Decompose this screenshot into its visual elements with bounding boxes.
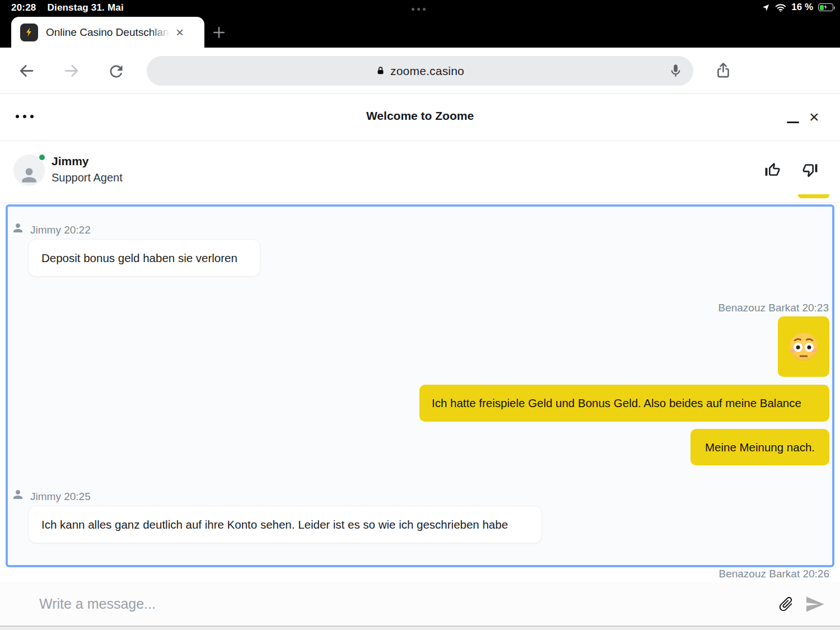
agent-message-avatar-icon: [11, 221, 25, 235]
message-input[interactable]: [39, 591, 599, 616]
agent-name: Jimmy: [52, 155, 89, 168]
status-bar: 20:28 Dienstag 31. Mai 16 %: [0, 0, 840, 17]
browser-toolbar: zoome.casino 1: [0, 48, 840, 94]
message-author-timestamp: Jimmy 20:22: [30, 224, 91, 236]
battery-percent: 16 %: [791, 2, 813, 13]
message-author-timestamp: Benazouz Barkat 20:26: [718, 568, 829, 580]
online-status-dot: [38, 153, 46, 161]
agent-message-bubble: Ich kann alles ganz deutlich auf ihre Ko…: [28, 506, 542, 543]
chat-message-list[interactable]: Jimmy 20:22 Deposit bonus geld haben sie…: [6, 204, 834, 567]
flushed-face-emoji-icon: [788, 331, 819, 362]
lightning-favicon-icon: [20, 24, 38, 41]
multitask-dots-icon: [412, 8, 426, 11]
clock-date: Dienstag 31. Mai: [47, 2, 123, 13]
new-tab-icon[interactable]: [211, 24, 227, 41]
agent-message-avatar-icon: [11, 488, 25, 501]
tab-close-icon[interactable]: ×: [176, 26, 184, 39]
url-text: zoome.casino: [390, 64, 464, 78]
wifi-icon: [775, 3, 786, 12]
user-message-bubble: Ich hatte freispiele Geld und Bonus Geld…: [419, 385, 829, 422]
battery-charging-icon: [818, 3, 833, 11]
user-message-bubble: [778, 316, 829, 377]
bottom-divider: [0, 626, 840, 630]
tab-title: Online Casino Deutschlan: [46, 26, 174, 39]
thumbs-up-icon[interactable]: [764, 161, 781, 179]
lock-icon: [376, 66, 385, 76]
minimize-icon[interactable]: [787, 122, 799, 123]
address-bar[interactable]: zoome.casino: [147, 56, 693, 86]
forward-icon: [63, 62, 80, 80]
send-message-icon[interactable]: [805, 594, 825, 614]
close-chat-icon[interactable]: ×: [809, 109, 819, 125]
message-author-timestamp: Jimmy 20:25: [30, 491, 91, 503]
user-message-bubble: Meine Meinung nach.: [690, 429, 829, 465]
scrolled-bubble-sliver: [798, 194, 829, 198]
agent-message-bubble: Deposit bonus geld haben sie verloren: [28, 239, 260, 277]
back-icon[interactable]: [18, 62, 35, 80]
chat-header: Welcome to Zoome ×: [0, 94, 840, 141]
location-icon: [762, 3, 770, 12]
chat-title: Welcome to Zoome: [0, 109, 840, 123]
clock-time: 20:28: [11, 2, 36, 13]
attachment-paperclip-icon[interactable]: [777, 595, 795, 613]
share-icon[interactable]: [715, 62, 732, 79]
agent-role: Support Agent: [52, 171, 123, 184]
message-author-timestamp: Benazouz Barkat 20:23: [718, 302, 829, 314]
voice-search-icon[interactable]: [668, 63, 683, 78]
thumbs-down-icon[interactable]: [801, 161, 819, 179]
message-composer: [0, 582, 840, 626]
agent-bar: Jimmy Support Agent: [0, 141, 840, 203]
reload-icon[interactable]: [107, 62, 125, 81]
tab-strip: Online Casino Deutschlan ×: [0, 17, 840, 48]
browser-tab-casino[interactable]: Online Casino Deutschlan ×: [11, 17, 204, 48]
